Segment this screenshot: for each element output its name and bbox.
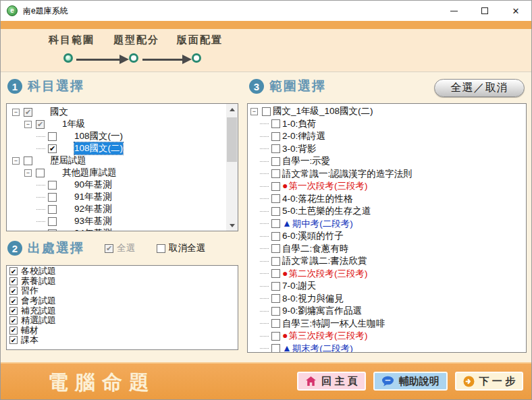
- scrollbar[interactable]: [226, 104, 238, 231]
- source-list-item[interactable]: ✔課本: [8, 335, 236, 345]
- checkbox-checked[interactable]: ✔: [9, 287, 18, 295]
- subject-tree-item[interactable]: 90年基測: [7, 179, 224, 191]
- subject-tree-item[interactable]: 108國文(一): [7, 130, 224, 142]
- checkbox-unchecked[interactable]: [48, 181, 57, 190]
- checkbox-unchecked[interactable]: [48, 217, 57, 226]
- help-button-label: 輔助說明: [399, 375, 440, 388]
- range-tree-item[interactable]: 自學一:示愛: [248, 155, 525, 168]
- checkbox-partial[interactable]: ✔: [36, 120, 45, 129]
- checkbox-unchecked[interactable]: [271, 207, 280, 216]
- range-tree-item[interactable]: 9-0:劉墉寓言作品選: [248, 305, 525, 318]
- checkbox-unchecked[interactable]: [271, 157, 280, 166]
- subject-tree-item[interactable]: 93年基測: [7, 215, 224, 227]
- range-tree-item[interactable]: 4-0:落花生的性格: [248, 193, 525, 206]
- range-tree-item[interactable]: 5-0:土芭樂的生存之道: [248, 205, 525, 218]
- subject-tree-item[interactable]: 94年基測: [7, 227, 224, 231]
- range-tree-item[interactable]: 自學三:特調一杯人生咖啡: [248, 318, 525, 331]
- checkbox-unchecked[interactable]: [271, 144, 280, 153]
- checkbox-unchecked[interactable]: [48, 132, 57, 141]
- checkbox-unchecked[interactable]: [24, 156, 32, 165]
- select-all-checkbox[interactable]: ✔: [105, 244, 113, 253]
- checkbox-unchecked[interactable]: [271, 319, 280, 328]
- checkbox-unchecked[interactable]: [271, 194, 280, 203]
- subject-tree-item[interactable]: −✔國文: [7, 106, 224, 118]
- range-tree-item[interactable]: 語文常識二:書法欣賞: [248, 255, 525, 268]
- checkbox-partial[interactable]: ✔: [24, 108, 32, 117]
- tree-item-label: 自學一:示愛: [282, 155, 330, 167]
- checkbox-unchecked[interactable]: [271, 257, 280, 266]
- source-list-item[interactable]: ✔精選試題: [8, 316, 236, 326]
- speech-bubble-icon: [381, 376, 394, 387]
- checkbox-unchecked[interactable]: [271, 344, 280, 353]
- checkbox-unchecked[interactable]: [271, 119, 280, 128]
- checkbox-unchecked[interactable]: [262, 107, 271, 116]
- tree-item-label: 歷屆試題: [50, 154, 86, 167]
- home-button[interactable]: 回 主 頁: [297, 372, 365, 391]
- collapse-icon[interactable]: −: [24, 169, 32, 177]
- scroll-down-icon[interactable]: [226, 220, 238, 231]
- checkbox-unchecked[interactable]: [36, 169, 45, 177]
- range-tree-item[interactable]: 6-0:溪頭的竹子: [248, 230, 525, 243]
- minimize-button[interactable]: [438, 1, 469, 21]
- checkbox-unchecked[interactable]: [271, 244, 280, 253]
- step-indicator: 科目範圍 題型配分 版面配置: [1, 29, 531, 72]
- checkbox-checked[interactable]: ✔: [9, 297, 18, 305]
- collapse-icon[interactable]: −: [250, 108, 258, 115]
- checkbox-checked[interactable]: ✔: [9, 267, 18, 275]
- scrollbar-thumb[interactable]: [227, 117, 237, 162]
- checkbox-checked[interactable]: ✔: [9, 307, 18, 315]
- range-tree-item[interactable]: ●第二次段考(三段考): [248, 268, 525, 281]
- range-tree-item[interactable]: ▲期末考(二段考): [248, 343, 525, 353]
- range-tree-item[interactable]: ●第一次段考(三段考): [248, 180, 525, 193]
- range-tree-item[interactable]: 3-0:背影: [248, 143, 525, 156]
- range-tree-item[interactable]: 8-0:視力與偏見: [248, 293, 525, 306]
- range-tree-item[interactable]: −國文_1年級_108國文(二): [248, 105, 525, 118]
- checkbox-unchecked[interactable]: [271, 132, 280, 141]
- select-all-toggle-button[interactable]: 全選／取消: [434, 79, 525, 97]
- scroll-up-icon[interactable]: [226, 104, 238, 115]
- range-tree-item[interactable]: 7-0:謝天: [248, 280, 525, 293]
- checkbox-unchecked[interactable]: [271, 219, 280, 228]
- checkbox-unchecked[interactable]: [271, 182, 280, 191]
- subject-tree-item[interactable]: −歷屆試題: [7, 154, 224, 167]
- checkbox-unchecked[interactable]: [48, 205, 57, 214]
- collapse-icon[interactable]: −: [24, 121, 32, 128]
- range-tree-item[interactable]: ▲期中考(二段考): [248, 218, 525, 231]
- help-button[interactable]: 輔助說明: [373, 372, 448, 391]
- deselect-all-checkbox[interactable]: [157, 244, 165, 253]
- subject-tree-item[interactable]: ✔108國文(二): [7, 142, 224, 154]
- subject-tree-item[interactable]: 91年基測: [7, 191, 224, 203]
- checkbox-unchecked[interactable]: [271, 307, 280, 316]
- source-list-item[interactable]: ✔輔材: [8, 326, 236, 336]
- checkbox-unchecked[interactable]: [271, 332, 280, 341]
- checkbox-unchecked[interactable]: [48, 193, 57, 202]
- subject-tree-item[interactable]: 92年基測: [7, 203, 224, 215]
- range-tree-item[interactable]: 自學二:食蔥有時: [248, 243, 525, 256]
- subject-tree-item[interactable]: −其他題庫試題: [7, 167, 224, 179]
- tree-item-label: ●第三次段考(三段考): [282, 330, 367, 342]
- checkbox-unchecked[interactable]: [271, 269, 280, 278]
- range-tree-item[interactable]: 語文常識一:認識漢字的造字法則: [248, 168, 525, 181]
- checkbox-checked[interactable]: ✔: [9, 316, 18, 324]
- checkbox-unchecked[interactable]: [271, 232, 280, 241]
- range-tree-item[interactable]: ●第三次段考(三段考): [248, 330, 525, 343]
- checkbox-checked[interactable]: ✔: [9, 326, 18, 335]
- range-tree-item[interactable]: 2-0:律詩選: [248, 130, 525, 143]
- checkbox-unchecked[interactable]: [271, 282, 280, 291]
- close-button[interactable]: ✕: [500, 1, 531, 21]
- collapse-icon[interactable]: −: [12, 157, 20, 165]
- source-list-item[interactable]: ✔素養試題: [8, 277, 236, 287]
- checkbox-unchecked[interactable]: [271, 169, 280, 178]
- range-tree-item[interactable]: 1-0:負荷: [248, 118, 525, 131]
- subject-tree-item[interactable]: −✔1年級: [7, 118, 224, 130]
- checkbox-checked[interactable]: ✔: [9, 277, 18, 285]
- collapse-icon[interactable]: −: [12, 109, 20, 116]
- maximize-button[interactable]: [469, 1, 500, 21]
- tree-item-label: 108國文(一): [74, 130, 123, 142]
- checkbox-checked[interactable]: ✔: [48, 144, 57, 153]
- checkbox-unchecked[interactable]: [48, 229, 57, 232]
- next-button[interactable]: 下 一 步: [455, 372, 523, 391]
- checkbox-unchecked[interactable]: [271, 294, 280, 303]
- tree-line: [36, 136, 45, 137]
- checkbox-checked[interactable]: ✔: [9, 336, 18, 344]
